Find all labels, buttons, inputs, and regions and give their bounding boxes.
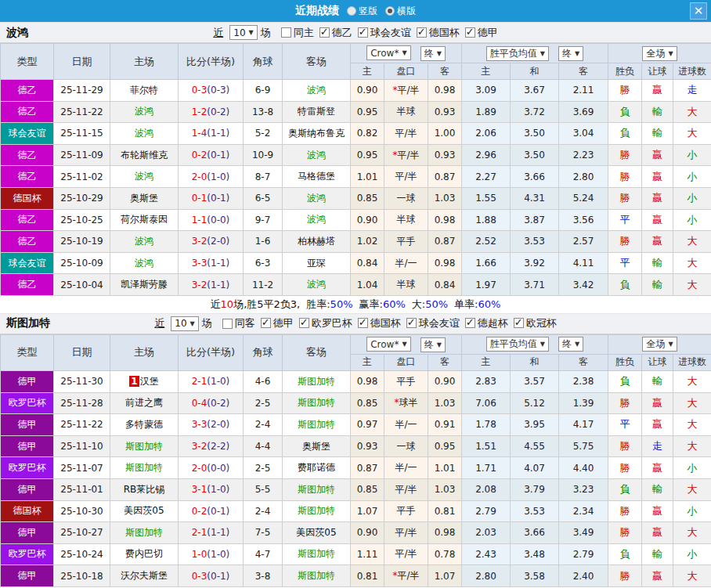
result-outcome: 負 [608, 123, 642, 145]
home-team[interactable]: 多特蒙德 [125, 419, 163, 430]
away-team[interactable]: 斯图加特 [298, 397, 335, 408]
chevron-down-icon: ▼ [575, 50, 579, 57]
league-checkbox[interactable] [261, 318, 271, 328]
home-team[interactable]: RB莱比锡 [124, 484, 165, 495]
league-checkbox[interactable] [319, 27, 330, 38]
away-team[interactable]: 波鸿 [307, 193, 326, 204]
away-team[interactable]: 波鸿 [307, 150, 326, 161]
home-team[interactable]: 波鸿 [135, 128, 153, 139]
away-team[interactable]: 亚琛 [307, 258, 326, 269]
odds-time-select[interactable]: 终▼ [420, 46, 446, 61]
league-checkbox[interactable] [465, 27, 475, 38]
away-team[interactable]: 斯图加特 [298, 376, 335, 387]
away-team[interactable]: 美因茨05 [296, 527, 336, 538]
handicap: *球半 [384, 392, 428, 414]
home-team[interactable]: 斯图加特 [125, 527, 163, 538]
goals-outcome: 大 [673, 370, 711, 392]
match-type-badge: 德乙 [1, 144, 54, 166]
home-team[interactable]: 费内巴切 [125, 548, 163, 559]
fulltime-score: 3-3 [192, 419, 208, 430]
away-team[interactable]: 马格德堡 [298, 171, 335, 182]
home-team[interactable]: 沃尔夫斯堡 [121, 570, 168, 581]
home-team[interactable]: 斯图加特 [125, 441, 163, 452]
score-cell: 2-1(1-0) [179, 370, 244, 392]
away-team[interactable]: 奥斯堡 [302, 441, 330, 452]
vertical-layout-radio[interactable] [347, 6, 356, 16]
avg-home-odds: 2.08 [462, 478, 511, 500]
home-team[interactable]: 凯泽斯劳滕 [121, 279, 168, 290]
match-date: 25-10-27 [54, 522, 110, 544]
match-count-select[interactable]: 10▼ [171, 316, 198, 331]
home-team-cell: 波鸿 [110, 231, 179, 253]
league-checkbox[interactable] [514, 318, 524, 328]
home-team[interactable]: 布轮斯维克 [121, 150, 168, 161]
away-team-cell: 亚琛 [283, 252, 351, 274]
home-odds: 0.98 [351, 370, 384, 392]
away-team[interactable]: 柏林赫塔 [298, 236, 335, 247]
score-cell: 3-3(2-0) [179, 414, 244, 436]
away-team[interactable]: 斯图加特 [298, 505, 335, 516]
league-checkbox[interactable] [358, 318, 368, 328]
away-team[interactable]: 斯图加特 [298, 570, 335, 581]
away-team[interactable]: 波鸿 [307, 214, 326, 225]
league-label: 德国杯 [370, 317, 401, 329]
col-header-type: 类型 [1, 44, 54, 80]
same-venue-checkbox[interactable] [222, 319, 233, 329]
avg-draw-odds: 4.55 [511, 435, 559, 457]
league-checkbox[interactable] [417, 27, 427, 38]
halftime-score: (1-0) [207, 549, 229, 560]
match-date: 25-11-01 [54, 478, 110, 500]
home-team[interactable]: 斯图加特 [125, 462, 163, 473]
away-team[interactable]: 波鸿 [307, 279, 326, 290]
section-team-name: 斯图加特 [6, 316, 50, 330]
same-venue-checkbox[interactable] [281, 27, 291, 38]
away-team[interactable]: 斯图加特 [298, 548, 335, 559]
avg-time-select[interactable]: 终▼ [558, 337, 583, 352]
away-team[interactable]: 费耶诺德 [298, 462, 335, 473]
col-header-date: 日期 [54, 334, 110, 370]
match-row: 球会友谊25-10-09波鸿3-3(1-1)6-3亚琛0.84半/一0.981.… [1, 252, 711, 274]
fulltime-select[interactable]: 全场▼ [642, 337, 677, 352]
league-label: 德甲 [273, 317, 294, 329]
avg-select[interactable]: 胜平负均值▼ [486, 46, 549, 61]
home-team[interactable]: 菲尔特 [130, 85, 158, 96]
close-icon[interactable]: ✕ [690, 2, 707, 20]
odds-source-select[interactable]: Crow*▼ [366, 45, 410, 60]
avg-select[interactable]: 胜平负均值▼ [486, 337, 549, 352]
away-team[interactable]: 奥斯纳布鲁克 [288, 128, 345, 139]
odds-source-select[interactable]: Crow*▼ [366, 337, 410, 352]
home-team[interactable]: 奥斯堡 [130, 193, 158, 204]
away-team-cell: 波鸿 [283, 274, 351, 296]
home-team[interactable]: 波鸿 [135, 106, 153, 117]
home-team[interactable]: 汉堡 [140, 376, 159, 387]
away-team[interactable]: 斯图加特 [298, 419, 335, 430]
fulltime-header: 全场▼ [608, 334, 711, 354]
avg-time-select[interactable]: 终▼ [558, 46, 583, 61]
avg-draw-odds: 3.53 [511, 500, 559, 522]
league-label: 球会友谊 [370, 27, 411, 38]
league-checkbox[interactable] [358, 27, 368, 38]
away-team[interactable]: 斯图加特 [298, 484, 335, 495]
rank-badge: 1 [129, 376, 139, 387]
home-team[interactable]: 荷尔斯泰因 [121, 214, 168, 225]
odds-time-select[interactable]: 终▼ [420, 337, 446, 352]
home-team[interactable]: 美因茨05 [124, 505, 164, 516]
handicap: 平/半 [384, 123, 428, 145]
horizontal-layout-label: 横版 [397, 5, 416, 18]
home-team[interactable]: 前进之鹰 [125, 397, 163, 408]
fulltime-select[interactable]: 全场▼ [642, 46, 677, 61]
handicap: 半/一 [384, 414, 428, 436]
league-checkbox[interactable] [299, 318, 309, 328]
home-team[interactable]: 波鸿 [135, 236, 153, 247]
away-team[interactable]: 波鸿 [307, 85, 326, 96]
chevron-down-icon: ▼ [437, 50, 442, 57]
away-odds: 0.87 [428, 231, 462, 253]
horizontal-layout-radio[interactable] [385, 6, 395, 16]
league-checkbox[interactable] [406, 318, 417, 328]
home-team[interactable]: 波鸿 [135, 171, 153, 182]
match-count-select[interactable]: 10▼ [229, 25, 257, 40]
away-team[interactable]: 特雷斯登 [298, 106, 335, 117]
match-date: 25-11-02 [54, 166, 110, 188]
league-checkbox[interactable] [465, 318, 475, 328]
home-team[interactable]: 波鸿 [135, 258, 153, 269]
